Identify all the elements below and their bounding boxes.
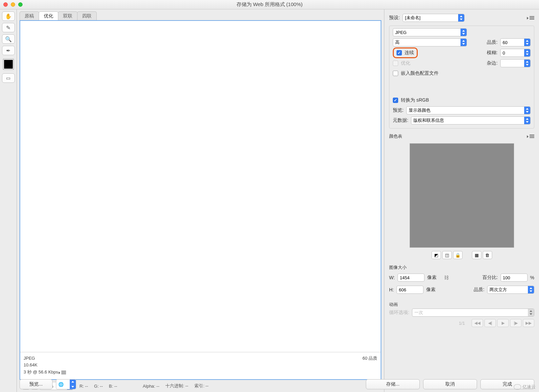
tab-4up[interactable]: 四联 xyxy=(77,11,97,20)
canvas-frame: JPEG 10.64K 3 秒 @ 56.6 Kbps 60 品质 xyxy=(20,20,381,380)
embed-profile-checkbox[interactable] xyxy=(393,71,398,76)
link-icon[interactable]: ⛓ xyxy=(444,275,449,280)
eyedropper-tool-button[interactable]: ✒ xyxy=(2,46,15,55)
browser-preview-select[interactable]: 🌐 xyxy=(56,379,76,389)
ct-new-icon[interactable]: ▦ xyxy=(472,251,481,259)
quality-input[interactable]: 60 xyxy=(500,38,531,46)
metadata-label: 元数据: xyxy=(393,117,408,123)
format-settings-group: JPEG 高 品质: 60 连续 模糊: xyxy=(389,26,534,129)
info-time: 3 秒 @ 56.6 Kbps xyxy=(24,369,58,375)
embed-profile-label: 嵌入颜色配置文件 xyxy=(401,70,439,76)
quality-label: 品质: xyxy=(487,39,498,45)
next-frame-button[interactable]: |▶ xyxy=(510,319,521,327)
watermark-text: 亿速云 xyxy=(522,384,536,390)
preview-canvas[interactable] xyxy=(20,21,381,352)
info-size: 10.64K xyxy=(24,362,66,369)
convert-srgb-checkbox[interactable] xyxy=(393,98,398,103)
canvas-info: JPEG 10.64K 3 秒 @ 56.6 Kbps 60 品质 xyxy=(20,352,381,379)
cancel-button[interactable]: 取消 xyxy=(423,379,477,389)
info-format: JPEG xyxy=(24,355,66,362)
h-unit: 像素 xyxy=(426,287,436,293)
loop-label: 循环选项: xyxy=(389,310,409,316)
info-quality: 60 品质 xyxy=(362,355,377,376)
titlebar: 存储为 Web 所用格式 (100%) xyxy=(0,0,539,9)
ct-lock-icon[interactable]: 🔒 xyxy=(453,251,463,259)
last-frame-button[interactable]: ▶▶ xyxy=(523,319,534,327)
preview-menu-icon[interactable] xyxy=(61,371,66,374)
settings-panel: 预设: [未命名] JPEG 高 品质: 60 xyxy=(384,9,539,392)
ct-shift-icon[interactable]: ◫ xyxy=(442,251,452,259)
watermark: 亿速云 xyxy=(514,384,536,390)
preview-button[interactable]: 预览... xyxy=(20,379,53,389)
window-title: 存储为 Web 所用格式 (100%) xyxy=(0,1,539,8)
matte-label: 杂边: xyxy=(487,60,498,66)
loop-select: 一次 xyxy=(412,309,534,317)
image-size-label: 图像大小 xyxy=(389,264,407,271)
tab-2up[interactable]: 双联 xyxy=(58,11,77,20)
preset-select[interactable]: [未命名] xyxy=(403,14,465,22)
color-table-menu-icon[interactable] xyxy=(530,135,534,138)
color-table-toolbar: ◩ ◫ 🔒 ▦ 🗑 xyxy=(389,251,534,259)
height-input[interactable]: 606 xyxy=(397,286,423,294)
zoom-tool-button[interactable]: 🔍 xyxy=(2,34,15,44)
optimized-label: 优化 xyxy=(401,60,410,66)
h-label: H: xyxy=(389,287,394,292)
color-table-label: 颜色表 xyxy=(389,133,402,139)
blur-label: 模糊: xyxy=(487,50,498,56)
hand-tool-button[interactable]: ✋ xyxy=(2,11,15,21)
resample-select[interactable]: 两次立方 xyxy=(487,286,534,294)
frame-counter: 1/1 xyxy=(459,321,465,326)
panel-menu-icon[interactable] xyxy=(530,16,534,20)
percent-label: 百分比: xyxy=(482,275,498,281)
globe-icon: 🌐 xyxy=(58,382,64,387)
animation-label: 动画 xyxy=(389,301,398,308)
ct-snap-icon[interactable]: ◩ xyxy=(432,251,441,259)
eyedropper-color-swatch[interactable] xyxy=(3,59,13,69)
progressive-label: 连续 xyxy=(405,50,414,56)
quality-preset-select[interactable]: 高 xyxy=(393,38,467,46)
tab-optimized[interactable]: 优化 xyxy=(39,11,58,20)
progressive-checkbox[interactable] xyxy=(397,50,402,56)
prev-frame-button[interactable]: ◀| xyxy=(484,319,496,327)
format-select[interactable]: JPEG xyxy=(393,28,467,36)
color-table[interactable] xyxy=(410,143,514,248)
percent-input[interactable]: 100 xyxy=(501,274,528,282)
preview-label: 预览: xyxy=(393,107,404,113)
toggle-slices-button[interactable]: ▭ xyxy=(2,73,15,83)
preview-select[interactable]: 显示器颜色 xyxy=(406,106,531,114)
preset-label: 预设: xyxy=(389,15,400,21)
preview-tabs: 原稿 优化 双联 四联 xyxy=(20,11,381,20)
save-button[interactable]: 存储... xyxy=(366,379,420,389)
matte-select[interactable] xyxy=(500,59,531,67)
play-button[interactable]: ▶ xyxy=(497,319,509,327)
metadata-select[interactable]: 版权和联系信息 xyxy=(411,116,531,124)
resample-label: 品质: xyxy=(474,287,484,293)
percent-suffix: % xyxy=(530,275,534,280)
tab-original[interactable]: 原稿 xyxy=(20,11,39,20)
watermark-logo-icon xyxy=(514,384,521,390)
slice-select-tool-button[interactable]: ✎ xyxy=(2,23,15,32)
convert-srgb-label: 转换为 sRGB xyxy=(401,97,429,103)
first-frame-button[interactable]: ◀◀ xyxy=(472,319,483,327)
progressive-highlight: 连续 xyxy=(393,47,418,58)
blur-input[interactable]: 0 xyxy=(500,49,531,57)
w-unit: 像素 xyxy=(427,275,437,281)
w-label: W: xyxy=(389,275,395,280)
optimized-checkbox xyxy=(393,61,398,66)
ct-trash-icon[interactable]: 🗑 xyxy=(483,251,492,259)
tool-column: ✋ ✎ 🔍 ✒ ▭ xyxy=(0,9,17,392)
width-input[interactable]: 1454 xyxy=(398,274,424,282)
footer: 预览... 🌐 存储... 取消 完成 xyxy=(20,379,534,389)
